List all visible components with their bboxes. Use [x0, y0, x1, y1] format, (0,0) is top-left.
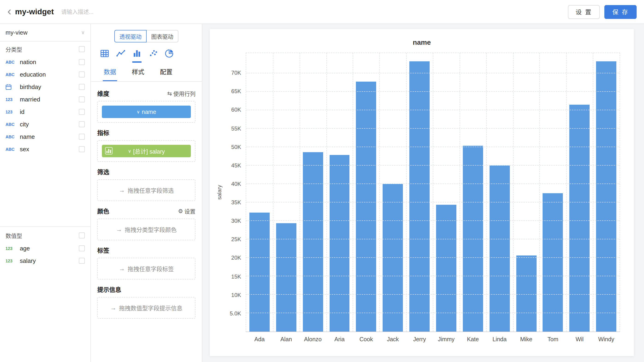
field-item-city[interactable]: ABCcity [6, 118, 85, 130]
bar-Wil[interactable] [570, 105, 590, 332]
field-item-nation[interactable]: ABCnation [6, 56, 85, 68]
y-tick-label: 25K [231, 236, 241, 243]
x-tick-label: Alonzo [300, 336, 326, 343]
measure-drop-zone[interactable]: ∨ [总计] salary [97, 140, 196, 162]
y-tick-label: 45K [231, 162, 241, 169]
config-panel: 透视驱动 图表驱动 [91, 24, 202, 362]
x-axis-labels: AdaAlanAlonzoAriaCookJackJerryJimmyKateL… [246, 332, 620, 343]
tooltip-drop-zone[interactable]: → 拖拽数值型字段提示信息 [97, 297, 196, 319]
field-checkbox[interactable] [79, 121, 85, 127]
x-tick-label: Aria [326, 336, 353, 343]
color-placeholder: 拖拽分类型字段颜色 [125, 225, 176, 234]
categorical-field-list: ABCnationABCeducationbirthday123married1… [6, 56, 85, 156]
bar-Mike[interactable] [516, 256, 536, 332]
numeric-select-all-checkbox[interactable] [79, 232, 85, 238]
pie-chart-icon[interactable] [164, 49, 174, 63]
field-item-salary[interactable]: 123salary [6, 254, 85, 267]
color-settings-action[interactable]: ⚙ 设置 [178, 207, 196, 215]
field-checkbox[interactable] [79, 146, 85, 152]
bar-Alan[interactable] [276, 223, 296, 332]
field-item-age[interactable]: 123age [6, 242, 85, 254]
bar-Kate[interactable] [463, 146, 483, 332]
calendar-icon [6, 84, 16, 90]
filter-drop-zone[interactable]: → 拖拽任意字段筛选 [97, 180, 196, 201]
field-checkbox[interactable] [79, 72, 85, 78]
dimension-drop-zone[interactable]: ∨ name [97, 101, 196, 123]
numeric-section-title: 数值型 [6, 232, 22, 239]
bar-Jerry[interactable] [409, 62, 430, 332]
dimension-label: 维度 [97, 89, 109, 98]
use-rows-columns-action[interactable]: ⇆ 使用行列 [167, 90, 196, 97]
bar-slot [246, 53, 273, 332]
field-label: name [20, 133, 76, 140]
view-selector[interactable]: my-view ∨ [0, 24, 90, 42]
text-field-icon: ABC [6, 147, 16, 152]
y-tick-label: 30K [231, 218, 241, 224]
field-checkbox[interactable] [79, 245, 85, 251]
dimension-pill-name[interactable]: ∨ name [102, 106, 191, 118]
field-checkbox[interactable] [79, 109, 85, 115]
bar-Jack[interactable] [382, 184, 403, 332]
y-tick-label: 65K [231, 88, 241, 95]
bar-chart-icon[interactable] [132, 49, 142, 63]
field-checkbox[interactable] [79, 258, 85, 264]
arrow-right-icon: → [110, 304, 116, 311]
field-item-married[interactable]: 123married [6, 93, 85, 106]
y-tick-label: 10K [231, 292, 241, 298]
table-icon[interactable] [100, 49, 109, 63]
scatter-icon[interactable] [148, 49, 158, 63]
x-tick-label: Tom [540, 336, 566, 343]
field-checkbox[interactable] [79, 84, 85, 90]
bar-Windy[interactable] [596, 61, 616, 332]
chart-card: name salary 5.0K10K15K20K25K30K35K40K45K… [210, 29, 634, 356]
field-item-id[interactable]: 123id [6, 106, 85, 118]
tab-data[interactable]: 数据 [103, 63, 117, 81]
back-button[interactable]: ‹ [8, 5, 15, 19]
gridline-vertical [460, 53, 460, 332]
field-sidebar: my-view ∨ 分类型 ABCnationABCeducationbirth… [0, 24, 91, 362]
bar-Aria[interactable] [330, 155, 350, 332]
y-tick-label: 50K [231, 144, 241, 150]
arrow-right-icon: → [119, 265, 125, 272]
mode-chart-driven[interactable]: 图表驱动 [146, 30, 178, 42]
widget-editor: ‹ my-widget 设 置 保 存 my-view ∨ 分类型 ABCnat… [0, 0, 644, 362]
color-drop-zone[interactable]: → 拖拽分类型字段颜色 [97, 218, 196, 240]
bar-Linda[interactable] [489, 166, 510, 332]
field-item-education[interactable]: ABCeducation [6, 68, 85, 81]
field-checkbox[interactable] [79, 59, 85, 65]
bar-Ada[interactable] [250, 212, 270, 332]
y-tick-label: 55K [231, 125, 241, 132]
plot-area: AdaAlanAlonzoAriaCookJackJerryJimmyKateL… [246, 52, 620, 332]
header: ‹ my-widget 设 置 保 存 [0, 0, 644, 24]
field-checkbox[interactable] [79, 134, 85, 140]
tab-style[interactable]: 样式 [131, 63, 145, 81]
description-input[interactable] [61, 8, 153, 15]
tab-config[interactable]: 配置 [159, 63, 173, 81]
numeric-section: 数值型 123age123salary [0, 226, 90, 269]
number-field-icon: 123 [6, 97, 16, 102]
gridline-vertical [540, 53, 540, 332]
text-field-icon: ABC [6, 60, 16, 64]
save-button[interactable]: 保 存 [604, 5, 636, 19]
bar-slot [566, 53, 593, 332]
bar-slot [460, 53, 486, 332]
measure-label: 指标 [97, 128, 109, 137]
measure-pill-salary[interactable]: ∨ [总计] salary [102, 145, 191, 157]
color-settings-label: 设置 [184, 207, 196, 215]
bar-Alonzo[interactable] [303, 152, 323, 332]
chevron-down-icon: ∨ [81, 30, 85, 36]
field-label: city [20, 121, 76, 128]
x-tick-label: Cook [353, 336, 380, 343]
line-chart-icon[interactable] [116, 49, 126, 63]
field-item-birthday[interactable]: birthday [6, 81, 85, 93]
bar-Tom[interactable] [543, 193, 563, 332]
mode-pivot-driven[interactable]: 透视驱动 [114, 30, 146, 42]
field-item-sex[interactable]: ABCsex [6, 143, 85, 156]
field-item-name[interactable]: ABCname [6, 130, 85, 143]
field-checkbox[interactable] [79, 96, 85, 102]
tag-drop-zone[interactable]: → 拖拽任意字段标签 [97, 258, 196, 280]
categorical-select-all-checkbox[interactable] [79, 46, 85, 52]
tag-placeholder: 拖拽任意字段标签 [128, 264, 174, 273]
y-axis-title: salary [216, 185, 223, 200]
settings-button[interactable]: 设 置 [568, 5, 600, 19]
